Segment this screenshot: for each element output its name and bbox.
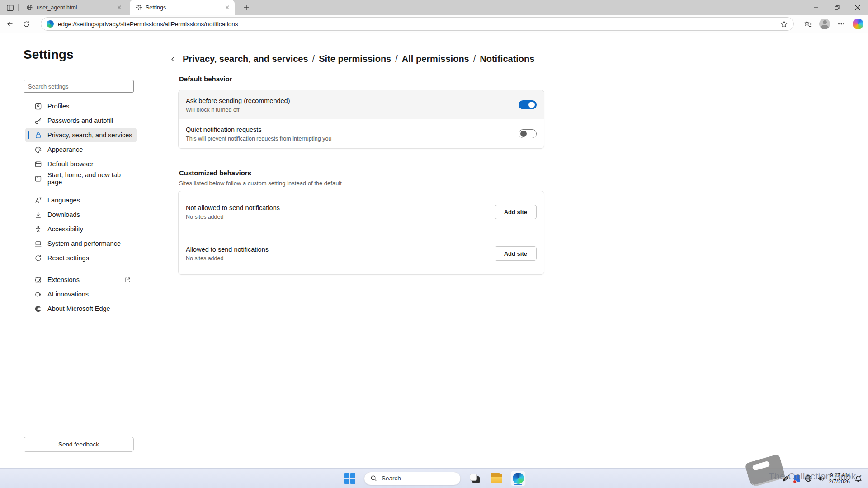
taskbar-search-label: Search [382,475,401,482]
sidebar-item-label: Downloads [47,211,80,218]
sidebar-item-label: Appearance [47,146,83,153]
taskbar-clock[interactable]: 9:27 AM 2/7/2026 [829,472,850,485]
active-app-indicator [514,484,522,485]
sidebar-item-label: Profiles [47,103,69,110]
quiet-requests-row: Quiet notification requests This will pr… [179,119,544,148]
sidebar-item-extensions[interactable]: Extensions [25,272,137,287]
gear-icon [135,4,142,11]
network-icon[interactable] [804,474,812,483]
back-button[interactable] [4,18,16,30]
settings-content: Privacy, search, and services / Site per… [156,33,868,468]
sidebar-item-default-browser[interactable]: Default browser [25,157,137,171]
app-badge-icon[interactable] [794,475,800,482]
sidebar-item-label: Privacy, search, and services [47,131,132,139]
sidebar-item-start-home[interactable]: Start, home, and new tab page [25,171,137,186]
breadcrumb-back-button[interactable] [168,54,178,64]
add-favorite-star-button[interactable] [780,20,788,28]
sidebar-item-about-edge[interactable]: About Microsoft Edge [25,301,137,316]
settings-app: Settings Profiles Passwords and [0,33,868,468]
sidebar-item-system[interactable]: System and performance [25,236,137,251]
favorites-button[interactable] [802,18,814,30]
sidebar-item-label: Passwords and autofill [47,117,113,124]
row-subtitle: No sites added [186,214,495,220]
breadcrumb-separator: / [312,54,315,64]
lock-icon [34,131,42,139]
tab-user-agent[interactable]: user_agent.html [21,0,127,15]
breadcrumb-site-permissions[interactable]: Site permissions [319,54,391,64]
breadcrumb-all-permissions[interactable]: All permissions [402,54,469,64]
url-text: edge://settings/privacy/sitePermissions/… [58,21,780,28]
quiet-requests-toggle[interactable] [519,129,537,138]
system-tray: 9:27 AM 2/7/2026 z [772,469,863,488]
sidebar-item-accessibility[interactable]: Accessibility [25,222,137,236]
download-icon [34,211,42,219]
browser-tab-bar: user_agent.html Settings [0,0,868,15]
new-tab-page-icon [34,175,42,183]
customized-behaviors-heading: Customized behaviors [179,169,868,177]
sidebar-item-passwords[interactable]: Passwords and autofill [25,113,137,128]
minimize-button[interactable] [806,0,826,15]
sidebar-item-profiles[interactable]: Profiles [25,99,137,113]
refresh-button[interactable] [20,18,33,30]
start-button[interactable] [342,471,358,486]
default-behavior-card: Ask before sending (recommended) Will bl… [178,90,544,149]
sidebar-item-ai-innovations[interactable]: AI innovations [25,287,137,301]
settings-nav: Profiles Passwords and autofill Privacy,… [0,99,156,316]
breadcrumb-privacy[interactable]: Privacy, search, and services [183,54,308,64]
row-subtitle: This will prevent notification requests … [186,136,519,142]
new-tab-button[interactable] [241,3,252,13]
profile-button[interactable] [818,18,831,30]
sidebar-item-appearance[interactable]: Appearance [25,142,137,157]
allowed-row: Allowed to send notifications No sites a… [179,233,544,274]
sidebar-item-label: Start, home, and new tab page [47,171,137,186]
sidebar-item-reset[interactable]: Reset settings [25,251,137,265]
row-subtitle: Will block if turned off [186,107,519,113]
page-title: Settings [24,47,156,62]
ask-before-sending-toggle[interactable] [519,100,537,109]
not-allowed-row: Not allowed to send notifications No sit… [179,191,544,233]
favorites-star-list-icon [804,20,812,28]
breadcrumb-separator: / [395,54,398,64]
toolbar-right-icons [802,17,864,31]
profiles-icon [34,103,42,110]
taskbar-search[interactable]: Search [364,472,461,485]
close-window-button[interactable] [847,0,868,15]
edge-taskbar-button[interactable] [510,471,526,486]
tab-actions-button[interactable] [5,3,15,13]
laptop-icon [34,240,42,248]
sidebar-item-downloads[interactable]: Downloads [25,207,137,222]
search-icon [370,475,377,482]
sidebar-item-label: AI innovations [47,291,89,298]
tray-chevron-button[interactable] [772,475,778,481]
sidebar-item-label: About Microsoft Edge [47,305,110,312]
pen-disabled-icon[interactable] [782,474,790,483]
file-explorer-button[interactable] [489,471,504,486]
send-feedback-button[interactable]: Send feedback [24,437,134,452]
external-link-icon [124,277,131,283]
sidebar-item-privacy[interactable]: Privacy, search, and services [25,128,137,142]
ai-innovations-icon [34,291,42,298]
copilot-button[interactable] [852,18,864,30]
add-site-allow-button[interactable]: Add site [495,246,537,261]
accessibility-icon [34,225,42,233]
tab-close-button[interactable] [115,4,123,12]
add-site-block-button[interactable]: Add site [495,205,537,219]
tab-close-button[interactable] [223,4,231,12]
address-bar[interactable]: edge://settings/privacy/sitePermissions/… [41,17,794,31]
edge-favicon-icon [47,20,54,28]
restore-button[interactable] [826,0,847,15]
clock-time: 9:27 AM [829,472,850,479]
key-icon [34,117,42,125]
do-not-disturb-bell-icon[interactable]: z [854,474,863,483]
tab-title: Settings [146,5,219,11]
sidebar-item-label: Default browser [47,160,94,168]
task-view-button[interactable] [467,471,482,486]
more-options-button[interactable] [835,18,848,30]
copilot-icon [853,19,863,29]
volume-icon[interactable] [816,474,825,483]
settings-search-input[interactable] [24,80,134,93]
sidebar-item-label: System and performance [47,240,121,247]
sidebar-item-languages[interactable]: Languages [25,193,137,207]
reset-arrow-icon [34,254,42,262]
tab-settings[interactable]: Settings [130,0,235,15]
